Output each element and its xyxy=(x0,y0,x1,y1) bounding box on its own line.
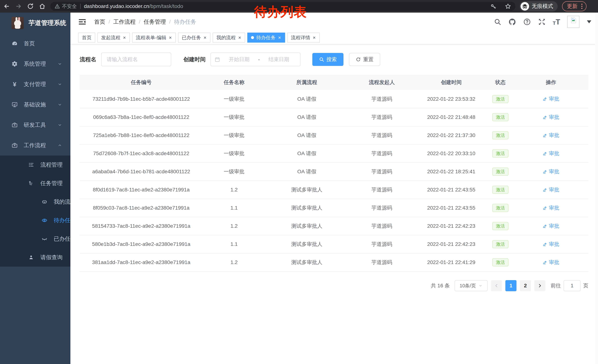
reset-button[interactable]: 重置 xyxy=(349,53,380,66)
sidebar-item-workflow[interactable]: 工作流程 xyxy=(0,135,70,155)
page-scrollbar[interactable] xyxy=(595,13,598,364)
table-row[interactable]: 8f059c03-7ac8-11ec-a9e2-a2380e71991a 1.1… xyxy=(80,199,588,217)
reload-button[interactable] xyxy=(25,1,36,11)
forward-button[interactable] xyxy=(13,1,24,11)
close-icon[interactable]: × xyxy=(123,35,126,40)
tag-done-tasks[interactable]: 已办任务× xyxy=(178,32,210,43)
search-button[interactable]: 搜索 xyxy=(312,53,343,66)
date-range-picker[interactable]: 开始日期 - 结束日期 xyxy=(210,53,300,66)
status-badge: 激活 xyxy=(492,258,508,267)
sidebar-collapse-icon[interactable] xyxy=(78,18,86,26)
font-size-icon[interactable]: TT xyxy=(553,18,560,26)
password-key-icon[interactable] xyxy=(490,3,497,9)
breadcrumb-current: 待办任务 xyxy=(174,18,196,26)
tag-my-processes[interactable]: 我的流程× xyxy=(213,32,245,43)
tag-todo-tasks[interactable]: 待办任务× xyxy=(247,32,285,43)
sidebar-item-task-management[interactable]: 任务管理 xyxy=(0,174,70,193)
approve-link[interactable]: 审批 xyxy=(543,241,559,248)
close-icon[interactable]: × xyxy=(313,35,316,40)
search-icon[interactable] xyxy=(494,18,501,25)
sidebar-item-leave-query[interactable]: 请假查询 xyxy=(0,248,70,267)
approve-link-label: 审批 xyxy=(549,223,559,230)
robot-face-icon xyxy=(42,199,47,205)
sidebar-item-home[interactable]: 首页 xyxy=(0,33,70,54)
gear-icon xyxy=(11,61,18,67)
approve-link[interactable]: 审批 xyxy=(543,150,559,157)
close-icon[interactable]: × xyxy=(278,35,281,40)
browser-menu-icon[interactable] xyxy=(581,3,583,10)
avatar-dropdown-caret[interactable] xyxy=(587,20,591,23)
update-button[interactable]: 更新 xyxy=(562,1,587,11)
breadcrumb-workflow[interactable]: 工作流程 xyxy=(113,18,136,26)
sidebar-item-label: 请假查询 xyxy=(40,254,70,261)
close-icon[interactable]: × xyxy=(203,35,207,40)
page-button-1[interactable]: 1 xyxy=(505,280,516,291)
tag-home[interactable]: 首页 xyxy=(78,32,95,43)
process-name-input[interactable] xyxy=(101,53,171,66)
back-button[interactable] xyxy=(1,1,12,11)
approve-link[interactable]: 审批 xyxy=(543,186,559,193)
org-tree-icon xyxy=(28,180,34,186)
goto-page-input[interactable] xyxy=(564,280,581,291)
bookmark-star-icon[interactable] xyxy=(505,3,511,10)
sidebar-item-infrastructure[interactable]: 基础设施 xyxy=(0,94,70,115)
cell-initiator: 芋道源码 xyxy=(348,181,415,199)
prev-page-button[interactable] xyxy=(491,280,502,291)
sidebar-item-done-tasks[interactable]: 已办任务 xyxy=(0,230,70,248)
table-row[interactable]: 069c6a63-7b8a-11ec-8ef0-acde48001122 一级审… xyxy=(80,108,588,126)
avatar[interactable] xyxy=(567,16,580,28)
edit-pen-icon xyxy=(543,260,548,265)
next-page-button[interactable] xyxy=(534,280,545,291)
security-chip[interactable]: 不安全 xyxy=(54,3,77,10)
cell-created-time: 2022-01-21 22:42:23 xyxy=(415,235,487,253)
table-row[interactable]: 381aa1dd-7ac8-11ec-a9e2-a2380e71991a 1.2… xyxy=(80,253,588,271)
page-button-2[interactable]: 2 xyxy=(520,280,531,291)
forward-icon xyxy=(15,3,22,10)
table-row[interactable]: 8f0d1619-7ac8-11ec-a9e2-a2380e71991a 1.2… xyxy=(80,181,588,199)
approve-link[interactable]: 审批 xyxy=(543,259,559,266)
sidebar-item-system[interactable]: 系统管理 xyxy=(0,54,70,74)
approve-link[interactable]: 审批 xyxy=(543,204,559,211)
home-button[interactable] xyxy=(37,1,47,11)
app-logo xyxy=(11,17,24,29)
github-icon[interactable] xyxy=(508,18,516,26)
table-row[interactable]: 73211d9d-7b9b-11ec-b5b7-acde48001122 一级审… xyxy=(80,90,588,108)
table-row[interactable]: a6aba0a4-7b6d-11ec-b781-acde48001122 一级审… xyxy=(80,162,588,181)
sidebar-item-todo-tasks[interactable]: 待办任务 xyxy=(0,211,70,230)
approve-link[interactable]: 审批 xyxy=(543,132,559,139)
cell-status: 激活 xyxy=(487,162,514,181)
cell-process: OA 请假 xyxy=(265,145,348,162)
incognito-icon xyxy=(521,2,529,11)
cell-created-time: 2022-01-22 23:53:32 xyxy=(415,90,487,108)
table-row[interactable]: 58154733-7ac8-11ec-a9e2-a2380e71991a 1.2… xyxy=(80,217,588,235)
approve-link[interactable]: 审批 xyxy=(543,223,559,230)
table-row[interactable]: 580e1b3d-7ac8-11ec-a9e2-a2380e71991a 1.1… xyxy=(80,235,588,253)
tag-start-process[interactable]: 发起流程× xyxy=(98,32,130,43)
cell-process: 测试多审批人 xyxy=(265,217,348,235)
end-date-placeholder: 结束日期 xyxy=(261,56,296,63)
sidebar-item-payment[interactable]: ¥ 支付管理 xyxy=(0,74,70,94)
page-size-select[interactable]: 10条/页 xyxy=(455,280,488,291)
approve-link[interactable]: 审批 xyxy=(543,95,559,102)
cell-status: 激活 xyxy=(487,217,514,235)
sidebar-item-process-management[interactable]: 流程管理 xyxy=(0,155,70,174)
cell-created-time: 2022-01-21 22:42:23 xyxy=(415,217,487,235)
approve-link[interactable]: 审批 xyxy=(543,114,559,121)
breadcrumb-task-management[interactable]: 任务管理 xyxy=(144,18,166,26)
help-icon[interactable] xyxy=(523,18,531,26)
table-row[interactable]: 725a1eb6-7b88-11ec-8ef0-acde48001122 一级审… xyxy=(80,126,588,145)
table-row[interactable]: 75d72608-7b7f-11ec-a3c8-acde48001122 一级审… xyxy=(80,145,588,162)
fullscreen-icon[interactable] xyxy=(538,18,546,26)
tag-process-form-edit[interactable]: 流程表单-编辑× xyxy=(132,32,176,43)
sidebar-item-my-processes[interactable]: 我的流程 xyxy=(0,193,70,211)
close-icon[interactable]: × xyxy=(169,35,172,40)
sidebar-item-devtools[interactable]: 研发工具 xyxy=(0,115,70,135)
sidebar-item-label: 系统管理 xyxy=(24,60,58,68)
search-button-label: 搜索 xyxy=(326,56,337,63)
cell-initiator: 芋道源码 xyxy=(348,199,415,217)
status-badge: 激活 xyxy=(492,131,508,139)
approve-link[interactable]: 审批 xyxy=(543,168,559,175)
close-icon[interactable]: × xyxy=(238,35,241,40)
tag-process-detail[interactable]: 流程详情× xyxy=(287,32,320,43)
breadcrumb-home[interactable]: 首页 xyxy=(94,18,105,26)
